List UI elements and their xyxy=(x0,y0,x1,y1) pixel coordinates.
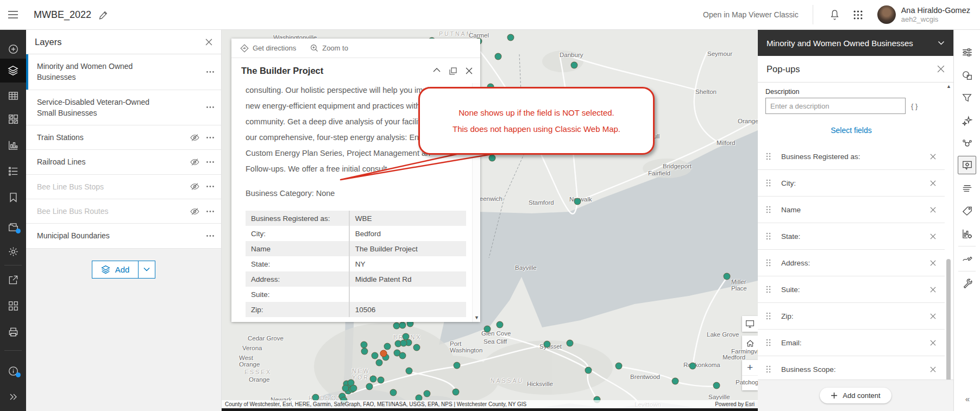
business-point[interactable] xyxy=(489,155,496,162)
tables-icon[interactable] xyxy=(0,85,26,106)
business-point[interactable] xyxy=(571,62,578,69)
zoom-to-button[interactable]: Zoom to xyxy=(310,44,348,52)
add-content-button[interactable]: Add content xyxy=(820,388,891,403)
remove-field-icon[interactable] xyxy=(930,287,936,293)
effects-icon[interactable] xyxy=(958,111,976,130)
hamburger-menu-icon[interactable] xyxy=(0,10,26,19)
business-point[interactable] xyxy=(370,376,377,383)
business-point[interactable] xyxy=(366,383,373,390)
business-point[interactable] xyxy=(507,34,514,41)
remove-field-icon[interactable] xyxy=(930,154,936,160)
remove-field-icon[interactable] xyxy=(930,207,936,213)
add-layer-button[interactable]: Add xyxy=(92,261,156,279)
layer-options-menu-icon[interactable] xyxy=(206,210,215,213)
layer-list-item[interactable]: Railroad Lines xyxy=(26,150,221,174)
app-launcher-grid-icon[interactable] xyxy=(846,10,870,20)
remove-field-icon[interactable] xyxy=(930,233,936,239)
popup-field-row[interactable]: Suite: xyxy=(758,276,945,303)
zoom-out-button[interactable]: − xyxy=(742,375,758,390)
zoom-in-button[interactable]: + xyxy=(742,360,758,375)
remove-field-icon[interactable] xyxy=(930,313,936,319)
business-point[interactable] xyxy=(399,322,406,329)
map-canvas[interactable]: WashingtonvillePUTNAMCarmelDanburySeymou… xyxy=(222,30,758,411)
popup-field-row[interactable]: Email: xyxy=(758,330,945,356)
business-point[interactable] xyxy=(689,363,696,370)
remove-field-icon[interactable] xyxy=(930,180,936,186)
business-point[interactable] xyxy=(615,363,623,370)
print-icon[interactable] xyxy=(0,321,26,343)
layer-options-menu-icon[interactable] xyxy=(206,161,215,163)
business-point[interactable] xyxy=(390,389,397,396)
layer-options-menu-icon[interactable] xyxy=(206,71,215,73)
layer-list-item[interactable]: Bee Line Bus Stops xyxy=(26,175,221,199)
drag-handle-icon[interactable] xyxy=(765,338,771,347)
legend-icon[interactable] xyxy=(0,160,26,182)
scroll-up-icon[interactable]: ▲ xyxy=(946,84,951,89)
business-point[interactable] xyxy=(453,389,460,396)
fields-icon[interactable] xyxy=(958,179,976,197)
business-point[interactable] xyxy=(361,348,368,355)
info-icon[interactable] xyxy=(0,360,26,382)
popup-scroll-down-icon[interactable]: ▼ xyxy=(474,315,479,320)
layers-panel-icon[interactable] xyxy=(0,59,26,83)
charts-icon[interactable] xyxy=(0,134,26,156)
notifications-bell-icon[interactable] xyxy=(823,9,846,21)
edit-icon[interactable] xyxy=(958,249,976,268)
styles-icon[interactable] xyxy=(958,66,976,84)
popup-field-row[interactable]: Zip: xyxy=(758,303,945,330)
layer-header-chevron-icon[interactable] xyxy=(938,41,945,45)
business-point[interactable] xyxy=(342,385,349,392)
business-point[interactable] xyxy=(544,341,551,348)
scrollbar-thumb[interactable] xyxy=(946,259,951,400)
expand-rail-icon[interactable] xyxy=(0,386,26,408)
business-point[interactable] xyxy=(574,198,581,205)
business-point[interactable] xyxy=(378,377,385,384)
layer-list-item[interactable]: Bee Line Bus Routes xyxy=(26,199,221,224)
visibility-off-icon[interactable] xyxy=(190,182,199,191)
layer-list-item[interactable]: Minority and Women Owned Businesses xyxy=(26,54,221,90)
create-app-icon[interactable] xyxy=(0,295,26,317)
filter-icon[interactable] xyxy=(958,88,976,107)
drag-handle-icon[interactable] xyxy=(765,152,771,161)
remove-field-icon[interactable] xyxy=(930,260,936,266)
business-point[interactable] xyxy=(350,385,357,392)
popup-dock-icon[interactable] xyxy=(449,67,457,75)
business-point[interactable] xyxy=(713,382,720,389)
popup-field-row[interactable]: State: xyxy=(758,223,945,250)
popup-field-row[interactable]: Business Scope: xyxy=(758,356,945,380)
business-point[interactable] xyxy=(424,390,431,397)
share-icon[interactable] xyxy=(0,269,26,290)
drag-handle-icon[interactable] xyxy=(765,365,771,374)
close-popups-panel-icon[interactable] xyxy=(937,65,945,73)
remove-field-icon[interactable] xyxy=(930,340,936,346)
business-point[interactable] xyxy=(454,362,461,369)
remove-field-icon[interactable] xyxy=(930,366,936,372)
business-point[interactable] xyxy=(585,367,592,374)
add-button-dropdown[interactable] xyxy=(138,261,155,278)
business-point[interactable] xyxy=(399,352,406,359)
description-input[interactable] xyxy=(765,98,906,114)
panel-scrollbar[interactable]: ▲ ▼ xyxy=(945,83,952,410)
get-directions-button[interactable]: Get directions xyxy=(240,44,296,53)
business-point[interactable] xyxy=(372,352,379,359)
popup-field-row[interactable]: City: xyxy=(758,170,945,197)
selected-layer-header[interactable]: Minority and Women Owned Businesses xyxy=(758,30,953,56)
layer-list-item[interactable]: Train Stations xyxy=(26,125,221,150)
settings-wrench-icon[interactable] xyxy=(958,274,976,293)
popup-field-row[interactable]: Address: xyxy=(758,250,945,276)
open-in-classic-link[interactable]: Open in Map Viewer Classic xyxy=(703,10,799,19)
basemap-icon[interactable] xyxy=(0,108,26,130)
add-layer-icon[interactable] xyxy=(0,38,26,60)
popup-field-row[interactable]: Business Registered as: xyxy=(758,143,945,170)
bookmarks-icon[interactable] xyxy=(0,186,26,208)
visibility-off-icon[interactable] xyxy=(190,207,199,216)
close-layers-panel-icon[interactable] xyxy=(205,39,212,46)
labels-icon[interactable] xyxy=(958,201,976,220)
aggregation-icon[interactable] xyxy=(958,134,976,153)
collapse-panel-icon[interactable]: « xyxy=(965,394,969,403)
layer-options-menu-icon[interactable] xyxy=(206,235,215,237)
selected-business-point[interactable] xyxy=(380,350,387,357)
popups-icon[interactable] xyxy=(958,156,976,174)
configure-charts-icon[interactable] xyxy=(958,224,976,243)
edit-title-icon[interactable] xyxy=(99,10,108,20)
